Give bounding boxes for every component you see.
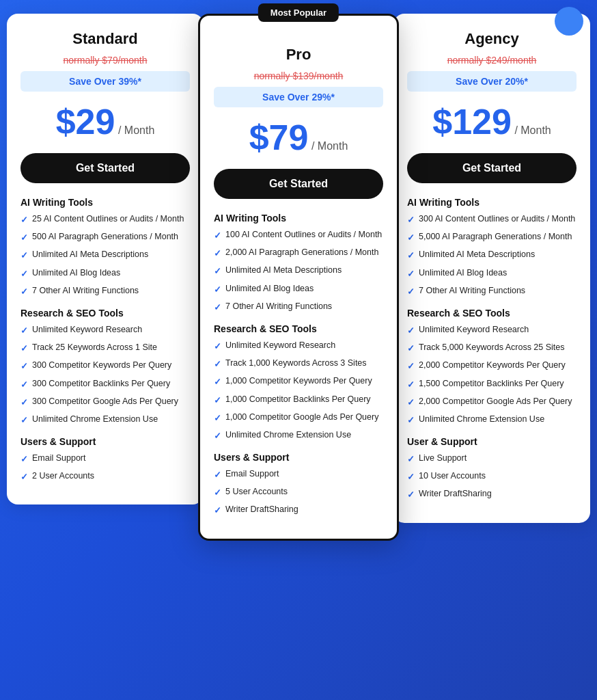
price-amount: $29 bbox=[56, 102, 115, 142]
feature-text: Track 25 Keywords Across 1 Site bbox=[32, 342, 190, 354]
feature-text: 500 AI Paragraph Generations / Month bbox=[32, 231, 190, 243]
get-started-button[interactable]: Get Started bbox=[20, 153, 190, 183]
get-started-button[interactable]: Get Started bbox=[214, 169, 383, 199]
check-icon: ✓ bbox=[214, 430, 221, 442]
feature-text: Unlimited Keyword Research bbox=[32, 324, 190, 336]
check-icon: ✓ bbox=[407, 286, 415, 298]
section-title: Research & SEO Tools bbox=[407, 308, 577, 319]
decorative-circle bbox=[555, 7, 583, 36]
section-title: AI Writing Tools bbox=[214, 213, 383, 224]
section-title: Users & Support bbox=[214, 452, 383, 463]
feature-item: ✓ 2,000 Competitor Google Ads Per Query bbox=[407, 396, 577, 409]
feature-text: 7 Other AI Writing Functions bbox=[419, 285, 577, 297]
feature-text: Unlimited Chrome Extension Use bbox=[32, 414, 190, 426]
feature-text: Email Support bbox=[225, 468, 383, 481]
check-icon: ✓ bbox=[20, 268, 28, 280]
feature-item: ✓ Unlimited AI Meta Descriptions bbox=[20, 249, 190, 262]
feature-item: ✓ 300 Competitor Backlinks Per Query bbox=[20, 378, 190, 391]
check-icon: ✓ bbox=[407, 453, 415, 466]
save-badge[interactable]: Save Over 29%* bbox=[214, 87, 383, 107]
feature-item: ✓ Unlimited Chrome Extension Use bbox=[407, 414, 577, 427]
price-amount: $79 bbox=[249, 118, 309, 157]
feature-item: ✓ 1,500 Competitor Backlinks Per Query bbox=[407, 378, 577, 391]
check-icon: ✓ bbox=[214, 340, 221, 353]
feature-text: Unlimited Keyword Research bbox=[225, 340, 383, 352]
feature-text: Unlimited Keyword Research bbox=[419, 324, 577, 336]
price-row: $129 / Month bbox=[407, 101, 577, 142]
price-period: / Month bbox=[514, 124, 551, 136]
check-icon: ✓ bbox=[20, 325, 28, 337]
check-icon: ✓ bbox=[407, 471, 415, 483]
feature-item: ✓ 300 AI Content Outlines or Audits / Mo… bbox=[407, 213, 577, 226]
feature-item: ✓ Live Support bbox=[407, 453, 577, 466]
feature-item: ✓ Email Support bbox=[20, 453, 190, 466]
section-title: Users & Support bbox=[20, 436, 190, 447]
check-icon: ✓ bbox=[20, 414, 28, 427]
feature-text: Unlimited Chrome Extension Use bbox=[225, 429, 383, 442]
check-icon: ✓ bbox=[214, 376, 221, 388]
check-icon: ✓ bbox=[20, 286, 28, 298]
price-amount: $129 bbox=[432, 102, 512, 142]
check-icon: ✓ bbox=[20, 342, 28, 355]
feature-text: Unlimited AI Meta Descriptions bbox=[32, 249, 190, 261]
feature-item: ✓ Unlimited Chrome Extension Use bbox=[214, 429, 383, 442]
feature-text: 300 Competitor Backlinks Per Query bbox=[32, 378, 190, 390]
plan-card-pro: Most Popular Pro normally $139/month Sav… bbox=[198, 14, 399, 541]
feature-item: ✓ Unlimited Chrome Extension Use bbox=[20, 414, 190, 427]
feature-text: 2 User Accounts bbox=[32, 470, 190, 483]
feature-text: Unlimited Chrome Extension Use bbox=[419, 414, 577, 426]
feature-item: ✓ Unlimited AI Meta Descriptions bbox=[214, 265, 383, 278]
feature-item: ✓ 1,000 Competitor Keywords Per Query bbox=[214, 375, 383, 388]
check-icon: ✓ bbox=[214, 394, 221, 407]
check-icon: ✓ bbox=[407, 379, 415, 391]
feature-text: 300 Competitor Keywords Per Query bbox=[32, 360, 190, 372]
feature-item: ✓ Unlimited AI Meta Descriptions bbox=[407, 249, 577, 262]
check-icon: ✓ bbox=[214, 412, 221, 425]
check-icon: ✓ bbox=[407, 414, 415, 427]
check-icon: ✓ bbox=[20, 232, 28, 244]
feature-item: ✓ Unlimited AI Blog Ideas bbox=[214, 283, 383, 296]
check-icon: ✓ bbox=[407, 396, 415, 409]
save-badge[interactable]: Save Over 20%* bbox=[407, 71, 577, 92]
check-icon: ✓ bbox=[214, 469, 221, 481]
feature-text: Writer DraftSharing bbox=[225, 504, 383, 516]
check-icon: ✓ bbox=[20, 396, 28, 409]
check-icon: ✓ bbox=[214, 358, 221, 371]
plan-card-agency: Agency normally $249/month Save Over 20%… bbox=[393, 14, 590, 523]
most-popular-badge: Most Popular bbox=[258, 3, 339, 22]
check-icon: ✓ bbox=[20, 453, 28, 466]
feature-text: Email Support bbox=[32, 453, 190, 465]
feature-item: ✓ Unlimited AI Blog Ideas bbox=[407, 267, 577, 280]
feature-item: ✓ Unlimited Keyword Research bbox=[20, 324, 190, 337]
feature-text: 5 User Accounts bbox=[225, 486, 383, 498]
feature-text: Track 1,000 Keywords Across 3 Sites bbox=[225, 358, 383, 370]
feature-text: 300 Competitor Google Ads Per Query bbox=[32, 396, 190, 408]
check-icon: ✓ bbox=[214, 284, 221, 296]
feature-text: 7 Other AI Writing Functions bbox=[225, 301, 383, 313]
feature-text: 2,000 Competitor Google Ads Per Query bbox=[419, 396, 577, 408]
feature-item: ✓ 500 AI Paragraph Generations / Month bbox=[20, 231, 190, 244]
plan-name: Agency bbox=[407, 30, 577, 48]
feature-text: 7 Other AI Writing Functions bbox=[32, 285, 190, 297]
section-title: User & Support bbox=[407, 436, 577, 447]
feature-item: ✓ 7 Other AI Writing Functions bbox=[20, 285, 190, 298]
check-icon: ✓ bbox=[407, 325, 415, 337]
section-title: AI Writing Tools bbox=[407, 197, 577, 208]
price-row: $29 / Month bbox=[20, 101, 190, 142]
check-icon: ✓ bbox=[214, 301, 221, 314]
feature-item: ✓ 5,000 AI Paragraph Generations / Month bbox=[407, 231, 577, 244]
check-icon: ✓ bbox=[407, 360, 415, 373]
plan-name: Pro bbox=[214, 46, 383, 64]
get-started-button[interactable]: Get Started bbox=[407, 153, 577, 183]
feature-item: ✓ 300 Competitor Keywords Per Query bbox=[20, 360, 190, 373]
check-icon: ✓ bbox=[20, 214, 28, 226]
feature-item: ✓ Track 1,000 Keywords Across 3 Sites bbox=[214, 358, 383, 371]
feature-item: ✓ 100 AI Content Outlines or Audits / Mo… bbox=[214, 229, 383, 242]
feature-item: ✓ 2 User Accounts bbox=[20, 470, 190, 483]
original-price: normally $249/month bbox=[407, 55, 577, 66]
feature-item: ✓ 25 AI Content Outlines or Audits / Mon… bbox=[20, 213, 190, 226]
price-period: / Month bbox=[311, 140, 348, 152]
feature-text: 1,000 Competitor Google Ads Per Query bbox=[225, 412, 383, 424]
save-badge[interactable]: Save Over 39%* bbox=[20, 71, 190, 92]
section-title: Research & SEO Tools bbox=[214, 323, 383, 334]
